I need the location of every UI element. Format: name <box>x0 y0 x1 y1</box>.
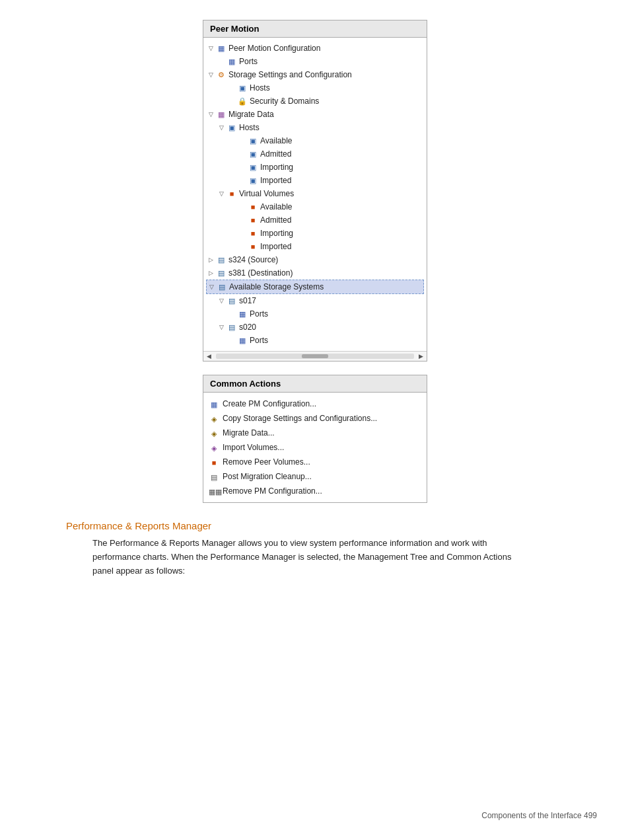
action-item-remove-pm[interactable]: ▦▦Remove PM Configuration... <box>209 484 421 498</box>
triangle-storage-settings[interactable]: ▽ <box>209 69 215 81</box>
tree-panel-header: Peer Motion <box>203 20 427 38</box>
tree-item-admitted-2[interactable]: ■Admitted <box>206 213 424 227</box>
triangle-importing-2[interactable] <box>240 227 247 239</box>
action-icon-create-pm: ▦ <box>209 399 219 409</box>
triangle-pm-config[interactable]: ▽ <box>209 42 215 54</box>
tree-item-s324[interactable]: ▷▤s324 (Source) <box>206 253 424 266</box>
tree-item-security[interactable]: 🔒Security & Domains <box>206 95 424 108</box>
triangle-admitted-1[interactable] <box>240 148 247 160</box>
icon-admitted-1: ▣ <box>248 149 258 159</box>
label-s020: s020 <box>239 321 256 333</box>
label-available-2: Available <box>260 201 292 213</box>
label-hosts-2: Hosts <box>239 122 260 134</box>
tree-item-importing-2[interactable]: ■Importing <box>206 227 424 240</box>
tree-body: ▽▦Peer Motion Configuration ▦Ports▽⚙Stor… <box>203 38 427 351</box>
triangle-imported-2[interactable] <box>240 241 247 252</box>
tree-item-hosts-1[interactable]: ▣Hosts <box>206 81 424 95</box>
tree-item-ports-3[interactable]: ▦Ports <box>206 334 424 347</box>
icon-s381: ▤ <box>216 268 227 278</box>
tree-item-ports-2[interactable]: ▦Ports <box>206 307 424 321</box>
page-content: Peer Motion ▽▦Peer Motion Configuration … <box>26 20 604 578</box>
tree-item-available-1[interactable]: ▣Available <box>206 134 424 147</box>
tree-panel: Peer Motion ▽▦Peer Motion Configuration … <box>203 20 427 362</box>
action-item-migrate-data[interactable]: ◈Migrate Data... <box>209 426 421 440</box>
icon-s017: ▤ <box>227 296 237 305</box>
triangle-imported-1[interactable] <box>240 174 247 186</box>
icon-ports-2: ▦ <box>237 309 248 319</box>
triangle-s324[interactable]: ▷ <box>209 254 215 266</box>
label-imported-1: Imported <box>260 174 291 186</box>
icon-imported-1: ▣ <box>248 176 258 185</box>
action-item-import-volumes[interactable]: ◈Import Volumes... <box>209 440 421 455</box>
icon-available-storage: ▤ <box>217 282 227 291</box>
icon-hosts-1: ▣ <box>237 83 248 93</box>
action-icon-remove-pm: ▦▦ <box>209 486 219 496</box>
tree-item-storage-settings[interactable]: ▽⚙Storage Settings and Configuration <box>206 68 424 81</box>
icon-imported-2: ■ <box>248 242 258 251</box>
tree-item-s381[interactable]: ▷▤s381 (Destination) <box>206 266 424 280</box>
tree-item-admitted-1[interactable]: ▣Admitted <box>206 147 424 161</box>
triangle-available-2[interactable] <box>240 201 247 213</box>
triangle-hosts-2[interactable]: ▽ <box>219 122 226 134</box>
triangle-s020[interactable]: ▽ <box>219 321 226 333</box>
icon-security: 🔒 <box>237 96 248 106</box>
tree-item-hosts-2[interactable]: ▽▣Hosts <box>206 121 424 134</box>
triangle-ports-1[interactable] <box>219 56 226 67</box>
label-s381: s381 (Destination) <box>228 267 293 279</box>
tree-item-migrate-data[interactable]: ▽▦Migrate Data <box>206 108 424 121</box>
action-icon-copy-storage: ◈ <box>209 413 219 424</box>
action-label-copy-storage: Copy Storage Settings and Configurations… <box>223 412 377 424</box>
action-label-import-volumes: Import Volumes... <box>223 441 284 453</box>
tree-item-s020[interactable]: ▽▤s020 <box>206 321 424 334</box>
tree-item-imported-1[interactable]: ▣Imported <box>206 174 424 187</box>
triangle-ports-2[interactable] <box>230 308 236 320</box>
triangle-migrate-data[interactable]: ▽ <box>209 108 215 120</box>
triangle-hosts-1[interactable] <box>230 82 236 94</box>
label-pm-config: Peer Motion Configuration <box>228 42 320 54</box>
icon-ports-1: ▦ <box>227 57 237 66</box>
action-item-post-migration[interactable]: ▤Post Migration Cleanup... <box>209 469 421 484</box>
icon-s324: ▤ <box>216 255 227 264</box>
tree-item-vv[interactable]: ▽■Virtual Volumes <box>206 187 424 200</box>
tree-item-importing-1[interactable]: ▣Importing <box>206 161 424 174</box>
action-item-remove-peer[interactable]: ■Remove Peer Volumes... <box>209 455 421 469</box>
triangle-available-storage[interactable]: ▽ <box>209 281 216 293</box>
label-security: Security & Domains <box>250 95 319 107</box>
scroll-thumb <box>302 354 328 358</box>
action-icon-remove-peer: ■ <box>209 457 219 467</box>
action-item-create-pm[interactable]: ▦Create PM Configuration... <box>209 397 421 411</box>
section-title: Performance & Reports Manager <box>66 520 528 531</box>
icon-vv: ■ <box>227 189 237 198</box>
triangle-security[interactable] <box>230 95 236 107</box>
label-s017: s017 <box>239 295 256 307</box>
triangle-s017[interactable]: ▽ <box>219 295 226 307</box>
label-admitted-1: Admitted <box>260 148 291 160</box>
horizontal-scrollbar[interactable]: ◀ ▶ <box>203 351 427 361</box>
scroll-left-btn[interactable]: ◀ <box>205 353 213 360</box>
action-label-create-pm: Create PM Configuration... <box>223 398 316 410</box>
tree-item-available-2[interactable]: ■Available <box>206 200 424 213</box>
label-ports-1: Ports <box>239 56 258 67</box>
label-importing-2: Importing <box>260 227 293 239</box>
action-label-remove-peer: Remove Peer Volumes... <box>223 456 310 468</box>
icon-pm-config: ▦ <box>216 44 227 53</box>
scroll-right-btn[interactable]: ▶ <box>417 353 425 360</box>
triangle-available-1[interactable] <box>240 135 247 147</box>
triangle-ports-3[interactable] <box>230 334 236 346</box>
tree-item-available-storage[interactable]: ▽▤Available Storage Systems <box>206 280 424 294</box>
icon-importing-1: ▣ <box>248 163 258 172</box>
label-ports-3: Ports <box>250 334 268 346</box>
action-icon-migrate-data: ◈ <box>209 428 219 438</box>
action-item-copy-storage[interactable]: ◈Copy Storage Settings and Configuration… <box>209 411 421 426</box>
triangle-admitted-2[interactable] <box>240 214 247 226</box>
label-storage-settings: Storage Settings and Configuration <box>228 69 352 81</box>
triangle-importing-1[interactable] <box>240 161 247 173</box>
tree-item-imported-2[interactable]: ■Imported <box>206 240 424 253</box>
tree-item-s017[interactable]: ▽▤s017 <box>206 294 424 307</box>
triangle-s381[interactable]: ▷ <box>209 267 215 279</box>
tree-item-pm-config[interactable]: ▽▦Peer Motion Configuration <box>206 42 424 55</box>
triangle-vv[interactable]: ▽ <box>219 188 226 200</box>
label-available-1: Available <box>260 135 292 147</box>
action-icon-post-migration: ▤ <box>209 471 219 482</box>
tree-item-ports-1[interactable]: ▦Ports <box>206 55 424 68</box>
